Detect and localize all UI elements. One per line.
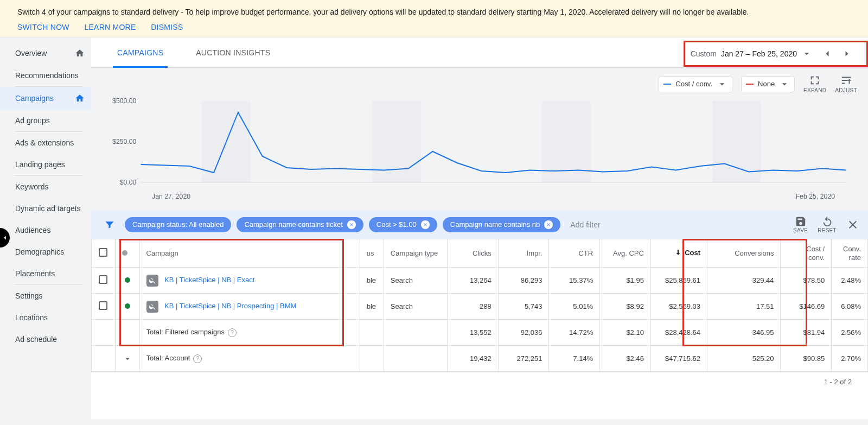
filter-chip[interactable]: Campaign status: All enabled xyxy=(125,217,231,232)
metric-1-select[interactable]: Cost / conv. xyxy=(659,76,732,92)
sidebar-item-recommendations[interactable]: Recommendations xyxy=(0,65,91,86)
total-avg-cpc: $2.10 xyxy=(600,320,651,346)
header-checkbox[interactable] xyxy=(92,239,116,268)
expand-row-icon[interactable] xyxy=(123,354,132,364)
adjust-chart-button[interactable]: ADJUST xyxy=(835,74,857,93)
header-campaign-type[interactable]: Campaign type xyxy=(384,239,447,268)
sidebar-item-audiences[interactable]: Audiences xyxy=(0,219,91,241)
row-type: Search xyxy=(384,268,447,294)
total-conversions: 525.20 xyxy=(707,346,781,372)
row-ctr: 15.37% xyxy=(549,268,600,294)
chip-remove-icon[interactable] xyxy=(347,220,356,229)
notification-banner: Switch 4 of your campaigns to standard d… xyxy=(0,0,868,37)
sidebar-item-ads-extensions[interactable]: Ads & extensions xyxy=(0,132,91,154)
header-status[interactable] xyxy=(115,239,139,268)
sidebar-item-label: Locations xyxy=(15,313,48,322)
row-impr: 86,293 xyxy=(498,268,549,294)
sidebar-item-label: Audiences xyxy=(15,226,50,234)
header-avg-cpc[interactable]: Avg. CPC xyxy=(600,239,651,268)
campaign-link[interactable]: KB | TicketSpice | NB | Prospecting | BM… xyxy=(164,302,296,310)
sidebar-item-label: Settings xyxy=(15,291,43,300)
row-clicks: 13,264 xyxy=(447,268,498,294)
dismiss-link[interactable]: DISMISS xyxy=(151,23,183,31)
campaign-link[interactable]: KB | TicketSpice | NB | Exact xyxy=(164,276,254,284)
row-cost-per-conv: $78.50 xyxy=(781,268,832,294)
adjust-label: ADJUST xyxy=(835,87,857,93)
row-conversions: 17.51 xyxy=(707,294,781,320)
row-ctr: 5.01% xyxy=(549,294,600,320)
header-conv-rate[interactable]: Conv.rate xyxy=(832,239,868,268)
tab-auction-insights[interactable]: AUCTION INSIGHTS xyxy=(196,37,270,68)
chart-controls: Cost / conv. None EXPAND ADJUST xyxy=(91,68,868,96)
date-prev-button[interactable] xyxy=(818,44,837,64)
row-status[interactable] xyxy=(115,268,139,294)
date-range-label: Custom xyxy=(691,49,717,58)
date-next-button[interactable] xyxy=(837,44,857,64)
svg-text:$0.00: $0.00 xyxy=(120,179,137,186)
sidebar-item-dynamic-ad-targets[interactable]: Dynamic ad targets xyxy=(0,198,91,219)
pagination: 1 - 2 of 2 xyxy=(91,372,868,391)
total-clicks: 13,552 xyxy=(447,320,498,346)
sidebar-item-locations[interactable]: Locations xyxy=(0,307,91,328)
sidebar-item-campaigns[interactable]: Campaigns xyxy=(0,87,91,110)
table-total-row: Total: Filtered campaigns? 13,552 92,036… xyxy=(92,320,868,346)
header-status-text-cut[interactable]: us xyxy=(360,239,384,268)
sidebar-item-ad-groups[interactable]: Ad groups xyxy=(0,110,91,131)
home-icon xyxy=(75,48,85,58)
sidebar-item-overview[interactable]: Overview xyxy=(0,42,91,65)
inspect-icon[interactable] xyxy=(146,275,158,287)
inspect-icon[interactable] xyxy=(146,301,158,313)
date-range-highlight: Custom Jan 27 – Feb 25, 2020 xyxy=(684,41,868,67)
sidebar-item-ad-schedule[interactable]: Ad schedule xyxy=(0,328,91,350)
learn-more-link[interactable]: LEARN MORE xyxy=(84,23,136,31)
row-checkbox[interactable] xyxy=(92,268,116,294)
switch-now-link[interactable]: SWITCH NOW xyxy=(17,23,69,31)
row-avg-cpc: $1.95 xyxy=(600,268,651,294)
row-status-text-cut: ble xyxy=(360,268,384,294)
metric-2-select[interactable]: None xyxy=(741,76,795,92)
tab-campaigns[interactable]: CAMPAIGNS xyxy=(117,37,163,68)
save-filter-button[interactable]: SAVE xyxy=(793,215,808,233)
sidebar-item-demographics[interactable]: Demographics xyxy=(0,241,91,263)
date-range-picker[interactable]: Custom Jan 27 – Feb 25, 2020 xyxy=(685,48,818,59)
sort-down-icon xyxy=(674,249,682,258)
expand-chart-button[interactable]: EXPAND xyxy=(803,74,826,93)
banner-bold: Switch 4 of your campaigns to standard d… xyxy=(17,8,178,16)
total-ctr: 7.14% xyxy=(549,346,600,372)
table-total-row: Total: Account? 19,432 272,251 7.14% $2.… xyxy=(92,346,868,372)
total-impr: 92,036 xyxy=(498,320,549,346)
header-clicks[interactable]: Clicks xyxy=(447,239,498,268)
chip-label: Campaign name contains ticket xyxy=(244,220,342,229)
filter-chip[interactable]: Campaign name contains ticket xyxy=(237,217,363,232)
close-filter-icon[interactable] xyxy=(846,218,859,231)
filter-chip[interactable]: Cost > $1.00 xyxy=(369,217,437,232)
total-cost: $47,715.62 xyxy=(650,346,707,372)
svg-text:$250.00: $250.00 xyxy=(112,138,137,145)
sidebar-item-settings[interactable]: Settings xyxy=(0,285,91,307)
header-conversions[interactable]: Conversions xyxy=(707,239,781,268)
header-cost[interactable]: Cost xyxy=(650,239,707,268)
campaigns-table: Campaign us Campaign type Clicks Impr. C… xyxy=(91,239,868,372)
filter-chip[interactable]: Campaign name contains nb xyxy=(443,217,561,232)
header-campaign[interactable]: Campaign xyxy=(139,239,360,268)
total-clicks: 19,432 xyxy=(447,346,498,372)
sidebar-item-keywords[interactable]: Keywords xyxy=(0,176,91,198)
row-checkbox[interactable] xyxy=(92,294,116,320)
header-ctr[interactable]: CTR xyxy=(549,239,600,268)
banner-rest: - To help improve budget performance, yo… xyxy=(178,8,749,16)
header-impr[interactable]: Impr. xyxy=(498,239,549,268)
sidebar-item-label: Ads & extensions xyxy=(15,138,74,147)
row-status[interactable] xyxy=(115,294,139,320)
filter-icon[interactable] xyxy=(100,219,119,230)
help-icon[interactable]: ? xyxy=(228,328,237,337)
chip-remove-icon[interactable] xyxy=(421,220,430,229)
header-cost-per-conv[interactable]: Cost /conv. xyxy=(781,239,832,268)
sidebar-item-placements[interactable]: Placements xyxy=(0,263,91,284)
sidebar-item-landing-pages[interactable]: Landing pages xyxy=(0,154,91,175)
reset-filter-button[interactable]: RESET xyxy=(818,215,837,233)
help-icon[interactable]: ? xyxy=(193,354,202,363)
total-avg-cpc: $2.46 xyxy=(600,346,651,372)
chip-remove-icon[interactable] xyxy=(544,220,553,229)
total-conv-rate: 2.56% xyxy=(832,320,868,346)
add-filter-input[interactable]: Add filter xyxy=(570,220,600,229)
